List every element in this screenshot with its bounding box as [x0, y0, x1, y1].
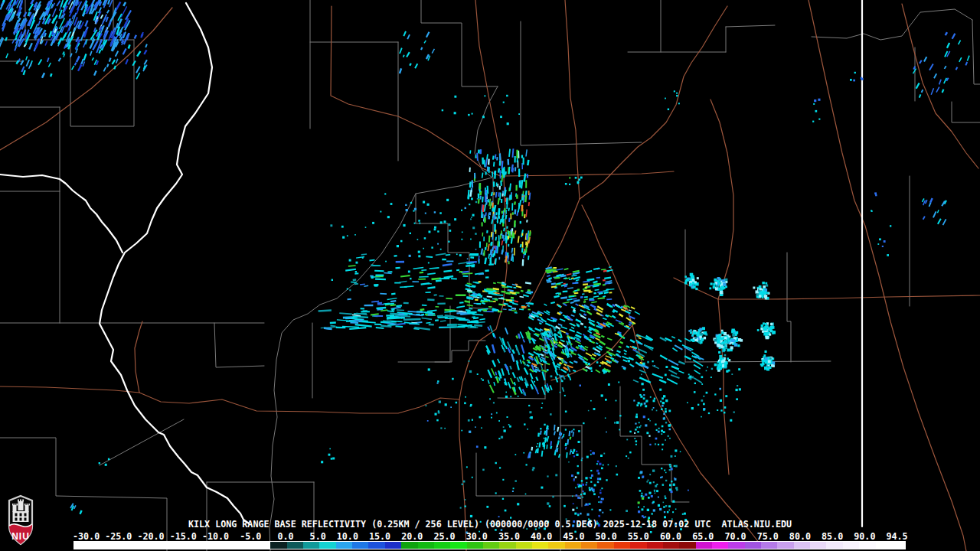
colorbar-tick-labels: -30.0 -25.0 -20.0 -15.0 -10.0 -5.0 0.0 5… — [73, 531, 908, 542]
radar-reflectivity-echoes — [0, 0, 969, 533]
reflectivity-colorbar — [74, 541, 906, 549]
radar-display: KILX LONG RANGE BASE REFLECTIVITY (0.25K… — [0, 0, 980, 551]
niu-logo: NIU — [5, 494, 36, 546]
highway-lines — [0, 0, 980, 551]
state-border-lines — [0, 0, 862, 527]
product-title: KILX LONG RANGE BASE REFLECTIVITY (0.25K… — [188, 519, 792, 530]
county-boundaries — [0, 0, 980, 551]
radar-map-canvas — [0, 0, 980, 551]
logo-text: NIU — [11, 531, 30, 542]
